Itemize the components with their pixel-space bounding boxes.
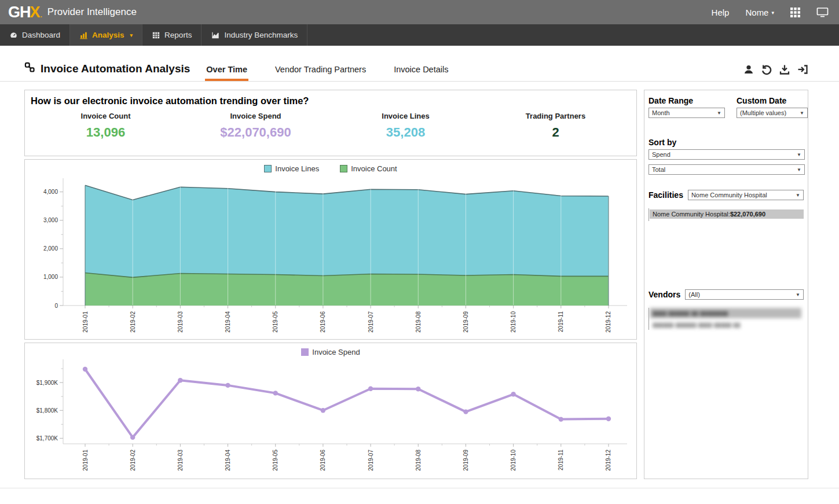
svg-text:2019-07: 2019-07 <box>368 450 374 471</box>
svg-text:1,000: 1,000 <box>43 274 58 280</box>
custom-date-value: (Multiple values) <box>740 109 786 116</box>
nav-item-reports[interactable]: Reports <box>142 24 201 46</box>
invoice-count-swatch <box>340 165 347 172</box>
monitor-icon[interactable] <box>816 7 829 17</box>
table-icon <box>152 31 160 39</box>
svg-text:2019-05: 2019-05 <box>272 311 279 333</box>
logo-text-x: X <box>30 3 40 21</box>
dashboard-gauge-icon <box>9 31 18 39</box>
invoice-lines-swatch <box>264 165 272 172</box>
main-nav: Dashboard Analysis ▾ Reports Industry Be… <box>0 24 839 46</box>
svg-text:2019-04: 2019-04 <box>225 311 231 333</box>
undo-icon[interactable] <box>761 64 772 75</box>
kpi-trading-partners: Trading Partners 2 <box>481 112 631 140</box>
svg-text:2019-01: 2019-01 <box>82 450 89 471</box>
vendor-row-redacted[interactable]: ▮▮▮▮ ▮▮▮▮▮▮ ▮▮ ▮▮▮▮▮▮▮▮ <box>650 308 801 318</box>
user-icon[interactable] <box>743 64 754 75</box>
date-range-select[interactable]: Month ▼ <box>649 108 725 118</box>
svg-text:2019-12: 2019-12 <box>605 450 611 471</box>
nav-item-industry-benchmarks[interactable]: Industry Benchmarks <box>201 24 307 46</box>
svg-text:$1,700K: $1,700K <box>36 435 58 442</box>
invoice-spend-line-chart[interactable]: $1,700K$1,800K$1,900K2019-012019-022019-… <box>25 357 636 478</box>
facilities-select[interactable]: Nome Community Hospital ▼ <box>688 190 804 200</box>
user-menu-label: Nome <box>745 8 768 17</box>
vendor-row-redacted[interactable]: ▮▮▮▮▮▮ ▮▮▮▮▮▮ ▮▮▮▮ ▮▮▮▮▮ ▮▮ <box>650 319 806 330</box>
legend-invoice-lines[interactable]: Invoice Lines <box>264 164 319 174</box>
nav-item-dashboard[interactable]: Dashboard <box>0 24 70 46</box>
svg-text:2019-05: 2019-05 <box>272 450 279 471</box>
svg-text:3,000: 3,000 <box>43 217 58 223</box>
chevron-down-icon: ▼ <box>800 111 804 116</box>
legend-invoice-count[interactable]: Invoice Count <box>340 164 397 174</box>
lines-count-chart-panel: Invoice Lines Invoice Count 01,0002,0003… <box>24 159 637 340</box>
tab-over-time[interactable]: Over Time <box>205 62 248 81</box>
facility-bar-nome-community-hospital[interactable]: Nome Community Hospital: $22,070,690 <box>650 209 804 219</box>
area-chart-legend: Invoice Lines Invoice Count <box>25 160 636 174</box>
vendors-field: Vendors (All) ▼ ▮▮▮▮ ▮▮▮▮▮▮ ▮▮ ▮▮▮▮▮▮▮▮ … <box>649 289 804 330</box>
tab-invoice-details[interactable]: Invoice Details <box>393 62 449 81</box>
logo-text-gh: GH <box>8 3 31 21</box>
tab-vendor-trading-partners[interactable]: Vendor Trading Partners <box>274 62 367 81</box>
svg-text:$1,900K: $1,900K <box>36 380 58 386</box>
chevron-down-icon: ▼ <box>796 292 800 297</box>
title-bar: Invoice Automation Analysis Over Time Ve… <box>0 62 839 82</box>
svg-text:2019-12: 2019-12 <box>605 311 611 333</box>
svg-text:2019-10: 2019-10 <box>510 450 516 471</box>
custom-date-field: Custom Date (Multiple values) ▼ <box>737 96 808 118</box>
legend-label: Invoice Spend <box>312 348 360 356</box>
sort-by-value: Spend <box>652 151 671 158</box>
facilities-field: Facilities Nome Community Hospital ▼ Nom… <box>649 190 804 221</box>
page-title: Invoice Automation Analysis <box>41 62 190 75</box>
product-name: Provider Intelligence <box>47 6 137 18</box>
download-icon[interactable] <box>779 64 790 75</box>
bar-chart-icon <box>79 31 88 39</box>
sort-by-field: Sort by Spend ▼ Total ▼ <box>649 138 804 175</box>
svg-text:2019-08: 2019-08 <box>415 311 422 333</box>
custom-date-label: Custom Date <box>737 96 808 105</box>
sort-metric-select[interactable]: Total ▼ <box>649 164 805 175</box>
ghx-logo[interactable]: GHX. <box>8 3 42 21</box>
kpi-invoice-spend: Invoice Spend $22,070,690 <box>181 112 331 140</box>
svg-text:2,000: 2,000 <box>43 245 58 252</box>
nav-label: Dashboard <box>22 31 60 39</box>
custom-date-select[interactable]: (Multiple values) ▼ <box>737 108 808 118</box>
app-header: GHX. Provider Intelligence Help Nome ▾ <box>0 0 839 24</box>
chevron-down-icon: ▼ <box>797 167 801 172</box>
view-tabs: Over Time Vendor Trading Partners Invoic… <box>205 62 449 81</box>
kpi-label: Invoice Spend <box>181 112 331 120</box>
svg-text:2019-07: 2019-07 <box>368 311 374 333</box>
dashboard-question: How is our electronic invoice automation… <box>31 95 631 106</box>
vendors-select[interactable]: (All) ▼ <box>685 289 804 300</box>
line-chart-legend: Invoice Spend <box>25 343 636 357</box>
link-icon <box>24 62 35 75</box>
date-range-label: Date Range <box>649 96 725 105</box>
kpi-panel: How is our electronic invoice automation… <box>24 90 637 156</box>
invoice-lines-count-area-chart[interactable]: 01,0002,0003,0004,0002019-012019-022019-… <box>25 174 636 341</box>
sort-by-select[interactable]: Spend ▼ <box>649 149 805 160</box>
svg-text:0: 0 <box>54 303 58 309</box>
svg-text:2019-04: 2019-04 <box>225 450 231 471</box>
legend-invoice-spend[interactable]: Invoice Spend <box>301 347 360 357</box>
nav-label: Reports <box>164 31 192 39</box>
svg-text:2019-03: 2019-03 <box>177 311 184 333</box>
user-menu[interactable]: Nome ▾ <box>745 8 774 17</box>
kpi-invoice-lines: Invoice Lines 35,208 <box>331 112 481 140</box>
svg-text:4,000: 4,000 <box>43 189 58 195</box>
svg-text:2019-01: 2019-01 <box>82 311 89 333</box>
sort-by-label: Sort by <box>649 138 804 147</box>
vendors-value: (All) <box>688 291 700 298</box>
facilities-bar-chart: Nome Community Hospital: $22,070,690 <box>649 208 804 221</box>
kpi-value: 2 <box>481 125 631 140</box>
kpi-label: Invoice Count <box>31 112 181 120</box>
nav-label: Industry Benchmarks <box>224 31 298 39</box>
app-grid-icon[interactable] <box>790 8 800 17</box>
nav-item-analysis[interactable]: Analysis ▾ <box>70 24 142 46</box>
svg-text:$1,800K: $1,800K <box>36 407 58 414</box>
logo-dot: . <box>41 11 42 19</box>
svg-text:2019-10: 2019-10 <box>510 311 516 333</box>
kpi-value: 35,208 <box>331 125 481 140</box>
sign-in-icon[interactable] <box>797 64 808 75</box>
svg-text:2019-06: 2019-06 <box>320 311 326 333</box>
svg-text:2019-02: 2019-02 <box>130 311 136 333</box>
help-link[interactable]: Help <box>712 8 730 17</box>
